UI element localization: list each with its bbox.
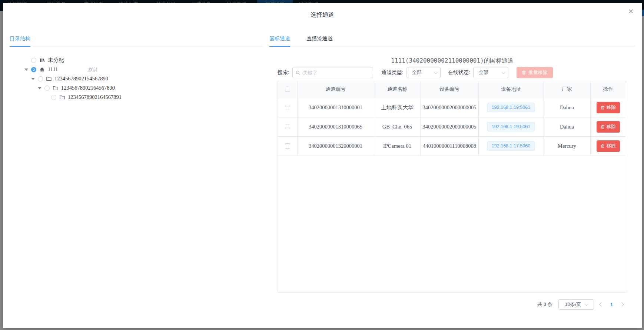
prev-page-icon[interactable] (599, 302, 603, 306)
library-icon (40, 58, 45, 63)
chevron-down-icon (502, 70, 505, 74)
table-row: 34020000001310000001 上地科实大华 340200000020… (278, 98, 626, 117)
online-status-label: 在线状态: (448, 69, 470, 76)
cell-channel-id: 34020000001320000001 (297, 136, 374, 156)
dialog-title: 选择通道 (3, 11, 642, 19)
tab-directory-structure[interactable]: 目录结构 (10, 34, 30, 46)
radio-unchecked[interactable] (31, 58, 36, 63)
table-row: 34020000001320000001 IPCamera 01 4401000… (278, 136, 626, 156)
cell-vendor: Mercury (544, 136, 590, 156)
close-icon[interactable]: ✕ (628, 8, 634, 15)
trash-icon (522, 70, 526, 75)
tree-node-1111[interactable]: 1111 默认 (10, 65, 262, 74)
total-count: 共 3 条 (537, 301, 552, 308)
search-icon (296, 70, 301, 75)
page-size-select[interactable]: 10条/页 (558, 299, 594, 310)
device-address-badge: 192.168.1.17:5060 (487, 141, 535, 151)
cell-channel-id: 34020000001310000065 (297, 117, 374, 136)
col-action: 操作 (590, 81, 626, 98)
tree-node-label: 12345678902164567891 (68, 94, 122, 100)
home-icon (40, 67, 45, 72)
default-badge: 默认 (88, 66, 97, 73)
select-channel-dialog: 选择通道 ✕ 目录结构 未分配 1111 默认 (3, 3, 642, 328)
tree-node-label: 12345678902164567890 (61, 85, 115, 91)
row-checkbox[interactable] (285, 143, 290, 149)
folder-icon (53, 86, 59, 90)
remove-button[interactable]: 移除 (597, 102, 620, 113)
channel-type-label: 通道类型: (381, 69, 404, 76)
tree-node-label: 12345678902154567890 (54, 76, 108, 82)
tree-node-folder[interactable]: 12345678902164567890 (10, 83, 262, 93)
cell-channel-id: 34020000001310000001 (297, 98, 374, 117)
tree-node-label: 1111 (48, 66, 58, 73)
cell-vendor: Dahua (544, 117, 590, 136)
table-row: 34020000001310000065 GB_Chn_065 34020000… (278, 117, 626, 136)
online-status-value: 全部 (479, 69, 488, 76)
left-tabbar: 目录结构 (10, 34, 262, 46)
trash-icon (601, 106, 605, 110)
trash-icon (601, 125, 605, 129)
cell-channel-name: IPCamera 01 (374, 136, 421, 156)
col-device-id: 设备编号 (421, 81, 478, 98)
tree-node-unassigned[interactable]: 未分配 (10, 56, 262, 65)
search-box (292, 67, 373, 78)
caret-down-icon[interactable] (24, 69, 28, 71)
tab-gb-channel[interactable]: 国标通道 (269, 34, 290, 46)
cell-device-id: 34020000002000000005 (421, 98, 478, 117)
filter-row: 搜索: 通道类型: 全部 在线状态: 全部 批量移除 (278, 67, 553, 78)
col-channel-id: 通道编号 (297, 81, 374, 98)
caret-down-icon[interactable] (31, 78, 35, 80)
page-size-value: 10条/页 (565, 301, 581, 308)
tree-node-folder[interactable]: 12345678902154567890 (10, 74, 262, 83)
current-page[interactable]: 1 (609, 302, 614, 307)
cell-device-id: 34020000002000000005 (421, 117, 478, 136)
channel-type-select[interactable]: 全部 (406, 67, 441, 78)
tree-node-label: 未分配 (48, 57, 64, 64)
search-input[interactable] (303, 70, 370, 76)
table-header-row: 通道编号 通道名称 设备编号 设备地址 厂家 操作 (278, 81, 626, 98)
remove-button[interactable]: 移除 (597, 140, 620, 152)
caret-down-icon[interactable] (38, 87, 42, 89)
cell-device-id: 44010000001110008008 (421, 136, 478, 156)
channel-table: 通道编号 通道名称 设备编号 设备地址 厂家 操作 34020000001310… (278, 81, 626, 293)
radio-unchecked[interactable] (38, 76, 43, 81)
select-all-checkbox[interactable] (285, 87, 290, 92)
folder-icon (60, 95, 65, 100)
next-page-icon[interactable] (620, 302, 624, 306)
directory-tree: 未分配 1111 默认 12345678902154567890 (10, 56, 262, 102)
radio-checked[interactable] (31, 67, 36, 72)
row-checkbox[interactable] (285, 105, 290, 110)
row-checkbox[interactable] (285, 124, 290, 129)
col-vendor: 厂家 (544, 81, 590, 98)
tree-node-folder[interactable]: 12345678902164567891 (10, 93, 262, 102)
device-address-badge: 192.168.1.19:5061 (487, 122, 535, 131)
chevron-down-icon (585, 302, 588, 306)
remove-button[interactable]: 移除 (597, 121, 620, 133)
channel-list-heading: 1111(34020000002110000001)的国标通道 (269, 57, 635, 65)
col-channel-name: 通道名称 (374, 81, 421, 98)
batch-remove-button[interactable]: 批量移除 (517, 67, 553, 78)
radio-unchecked[interactable] (44, 86, 50, 91)
channel-type-value: 全部 (412, 69, 422, 76)
online-status-select[interactable]: 全部 (473, 67, 508, 78)
pagination: 共 3 条 10条/页 1 (537, 299, 623, 310)
chevron-down-icon (434, 70, 438, 74)
search-label: 搜索: (278, 69, 289, 76)
cell-channel-name: GB_Chn_065 (374, 117, 421, 136)
device-address-badge: 192.168.1.19:5061 (487, 103, 535, 112)
cell-channel-name: 上地科实大华 (374, 98, 421, 117)
col-device-address: 设备地址 (478, 81, 544, 98)
folder-icon (46, 76, 52, 81)
radio-unchecked[interactable] (51, 95, 56, 100)
trash-icon (601, 144, 605, 148)
cell-vendor: Dahua (544, 98, 590, 117)
right-tabbar: 国标通道 直播流通道 (269, 34, 635, 46)
tab-livestream-channel[interactable]: 直播流通道 (306, 34, 332, 46)
